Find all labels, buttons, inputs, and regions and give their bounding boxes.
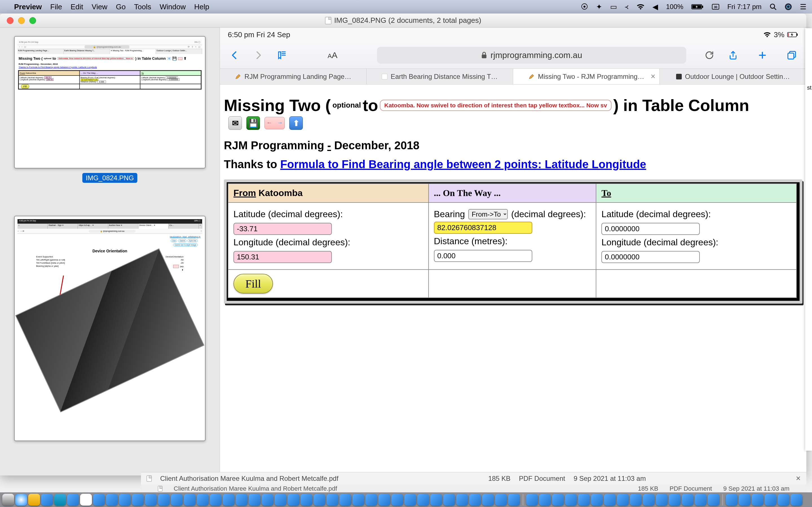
close-download-icon[interactable]: ✕ [796, 475, 801, 482]
fill-button[interactable]: Fill [234, 274, 273, 293]
help-menu[interactable]: Help [194, 3, 209, 11]
reload-button[interactable] [703, 49, 716, 61]
dock-app[interactable] [171, 494, 183, 506]
notification-center-icon[interactable]: ☰ [800, 3, 806, 11]
close-tab-icon[interactable]: ✕ [651, 73, 656, 80]
dock-app[interactable] [765, 494, 776, 506]
dock-app[interactable] [404, 494, 416, 506]
app-menu[interactable]: Preview [14, 3, 42, 11]
tab-rjm-landing[interactable]: RJM Programming Landing Page… [220, 69, 366, 84]
tabs-button[interactable] [785, 49, 798, 61]
dock-app[interactable] [643, 494, 655, 506]
download-filename-2[interactable]: Client Authorisation Maree Kuulma and Ro… [174, 485, 337, 492]
dock-app[interactable] [630, 494, 642, 506]
volume-icon[interactable]: ◀ [652, 3, 658, 11]
bluetooth-icon[interactable]: ᚜ [625, 3, 629, 11]
dock-app[interactable] [591, 494, 603, 506]
siri-icon[interactable] [784, 3, 792, 10]
dock-app[interactable] [210, 494, 221, 506]
to-header[interactable]: To [596, 184, 797, 203]
dock-app[interactable] [378, 494, 390, 506]
dock-app[interactable] [352, 494, 364, 506]
dock-app[interactable] [604, 494, 616, 506]
download-filename[interactable]: Client Authorisation Maree Kuulma and Ro… [160, 474, 338, 483]
dock-app[interactable] [417, 494, 429, 506]
dock-app[interactable] [54, 494, 66, 506]
dock-app[interactable] [539, 494, 551, 506]
dock-app[interactable] [495, 494, 507, 506]
to-lat-input[interactable] [601, 223, 700, 235]
dock[interactable] [0, 492, 812, 507]
email-icon[interactable]: ✉︎ [229, 116, 242, 130]
new-tab-button[interactable] [756, 49, 769, 61]
dock-app[interactable] [456, 494, 468, 506]
clock[interactable]: Fri 7:17 pm [727, 3, 762, 11]
page-thumbnail-2[interactable]: 4:50 pm Fri 24 Sep18% ▢ ⌂ Realhair - Sig… [14, 216, 206, 441]
dock-app[interactable] [93, 494, 105, 506]
dock-app[interactable] [739, 494, 751, 506]
close-window-button[interactable] [7, 17, 13, 24]
from-lat-input[interactable] [234, 223, 332, 235]
map-swap-icon[interactable] [264, 117, 285, 129]
dock-app[interactable] [288, 494, 299, 506]
dock-app[interactable] [430, 494, 442, 506]
control-center-icon[interactable]: 30 [712, 4, 719, 10]
dock-app[interactable] [313, 494, 325, 506]
dock-app[interactable] [301, 494, 312, 506]
tools-menu[interactable]: Tools [134, 3, 151, 11]
dock-app[interactable] [669, 494, 680, 506]
dock-app[interactable] [365, 494, 377, 506]
dock-app[interactable] [752, 494, 763, 506]
dock-app[interactable] [41, 494, 53, 506]
tab-earth-bearing[interactable]: Earth Bearing Distance Missing T… [366, 69, 513, 84]
from-lon-input[interactable] [234, 251, 332, 263]
up-arrow-icon[interactable]: ⬆ [289, 116, 303, 130]
text-size-button[interactable]: AA [322, 50, 343, 60]
window-titlebar[interactable]: IMG_0824.PNG (2 documents, 2 total pages… [0, 13, 806, 27]
dock-trash[interactable] [791, 494, 802, 506]
dock-app[interactable] [469, 494, 481, 506]
dock-app[interactable] [274, 494, 287, 506]
dock-app[interactable] [249, 494, 260, 506]
dock-app[interactable] [526, 494, 538, 506]
dock-app[interactable] [106, 494, 118, 506]
tab-outdoor-lounge[interactable]: Outdoor Lounge | Outdoor Settin… [660, 69, 806, 84]
bookmarks-button[interactable] [276, 49, 288, 61]
dock-app[interactable] [565, 494, 577, 506]
dock-app[interactable] [578, 494, 590, 506]
instruction-box[interactable]: Katoomba. Now swivel to direction of int… [380, 100, 612, 111]
dock-app[interactable] [223, 494, 235, 506]
dock-app[interactable] [15, 494, 27, 506]
from-header[interactable]: From Katoomba [228, 184, 428, 203]
distance-input[interactable] [434, 250, 532, 262]
dock-app[interactable] [132, 494, 144, 506]
back-button[interactable] [229, 49, 241, 61]
dock-app[interactable] [777, 494, 790, 506]
dock-app[interactable] [508, 494, 520, 506]
dock-app[interactable] [695, 494, 707, 506]
dock-app[interactable] [552, 494, 564, 506]
go-menu[interactable]: Go [116, 3, 126, 11]
dock-app[interactable] [708, 494, 719, 506]
minimize-window-button[interactable] [18, 17, 25, 24]
dock-app[interactable] [340, 494, 351, 506]
dock-app[interactable] [80, 494, 92, 506]
dock-app[interactable] [158, 494, 170, 506]
menubar-app-icon-2[interactable]: ✦ [596, 3, 602, 11]
thumbnail-sidebar[interactable]: 6:50 pm Fri 24 Sep3% ▢ ‹›▭🔒 rjmprogrammi… [0, 27, 220, 475]
dock-app[interactable] [482, 494, 494, 506]
bearing-input[interactable] [434, 222, 532, 234]
disk-icon[interactable]: 💾 [246, 116, 260, 130]
page-thumbnail-1[interactable]: 6:50 pm Fri 24 Sep3% ▢ ‹›▭🔒 rjmprogrammi… [14, 36, 206, 168]
dock-app[interactable] [443, 494, 455, 506]
share-button[interactable] [727, 49, 739, 61]
dock-app[interactable] [326, 494, 338, 506]
menubar-app-icon[interactable]: ⦿ [581, 3, 588, 11]
dock-app[interactable] [617, 494, 629, 506]
to-lon-input[interactable] [601, 251, 700, 263]
formula-link[interactable]: Formula to Find Bearing angle between 2 … [280, 158, 646, 170]
page-content[interactable]: Missing Two (optional to Katoomba. Now s… [220, 84, 806, 475]
dock-app[interactable] [119, 494, 131, 506]
dock-app[interactable] [197, 494, 209, 506]
dock-app[interactable] [67, 494, 79, 506]
